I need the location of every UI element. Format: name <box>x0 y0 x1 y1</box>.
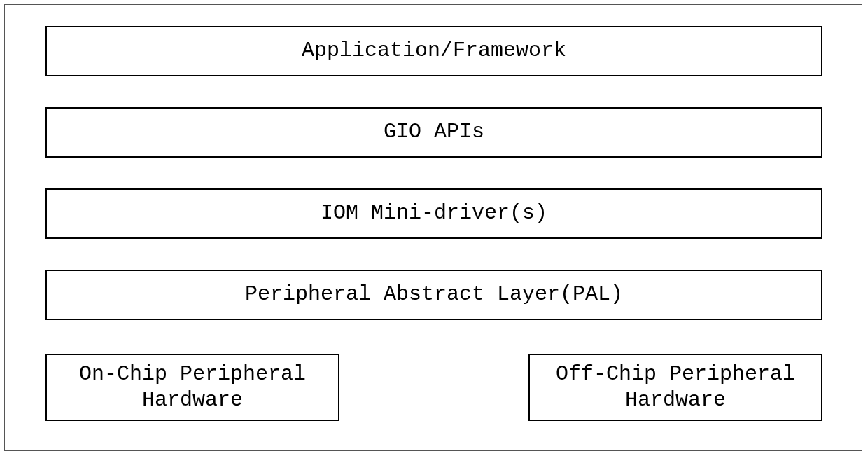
layer-on-chip-peripheral-hardware: On-Chip Peripheral Hardware <box>46 354 340 421</box>
layer-application-framework: Application/Framework <box>46 26 822 76</box>
layer-iom-mini-drivers: IOM Mini-driver(s) <box>46 188 822 239</box>
diagram-frame: Application/Framework GIO APIs IOM Mini-… <box>4 4 862 451</box>
layer-off-chip-peripheral-hardware: Off-Chip Peripheral Hardware <box>528 354 822 421</box>
layer-peripheral-abstract-layer: Peripheral Abstract Layer(PAL) <box>46 270 822 320</box>
layer-gio-apis: GIO APIs <box>46 107 822 158</box>
